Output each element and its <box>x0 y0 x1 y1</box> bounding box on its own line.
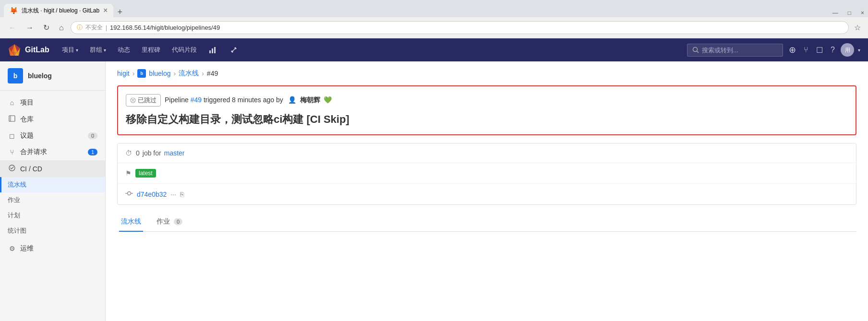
commit-icon <box>125 190 133 199</box>
repository-icon <box>8 115 16 124</box>
nav-projects[interactable]: 项目 ▾ <box>57 43 83 57</box>
clock-icon: ⏱ <box>125 149 132 157</box>
search-bar[interactable] <box>687 44 783 57</box>
gitlab-logo[interactable]: GitLab <box>8 43 49 57</box>
commit-dots: ··· <box>170 190 176 198</box>
plus-menu-button[interactable]: ⊕ <box>787 43 798 57</box>
sidebar-item-repository[interactable]: 仓库 <box>0 111 105 128</box>
minimize-button[interactable]: — <box>829 9 842 17</box>
sidebar-sub-pipelines[interactable]: 流水线 <box>0 177 105 192</box>
pipeline-title: 移除自定义构建目录，测试忽略ci构建 [CI Skip] <box>126 112 848 127</box>
jobs-tab-badge: 0 <box>174 218 182 225</box>
sidebar-sub-schedules[interactable]: 计划 <box>0 208 105 223</box>
breadcrumb-sep3: › <box>202 70 204 77</box>
pipeline-link[interactable]: #49 <box>191 96 202 104</box>
avatar-dropdown-icon[interactable]: ▾ <box>858 48 860 53</box>
tab-favicon: 🦊 <box>10 7 18 14</box>
breadcrumb-pipeline-id: #49 <box>207 70 218 77</box>
address-bar[interactable]: ⓘ 不安全 | 192.168.56.14/higit/bluelog/pipe… <box>71 21 849 34</box>
header-nav: 项目 ▾ 群组 ▾ 动态 里程碑 代码片段 <box>57 43 242 57</box>
nav-snippets[interactable]: 代码片段 <box>167 43 202 57</box>
gitlab-header: GitLab 项目 ▾ 群组 ▾ 动态 里程碑 代码片段 ⊕ <box>0 38 868 61</box>
lock-icon: ⓘ <box>77 24 83 32</box>
pipeline-info: Pipeline #49 triggered 8 minutes ago by … <box>165 96 332 105</box>
project-avatar: b <box>8 68 23 83</box>
close-window-button[interactable]: × <box>857 9 868 17</box>
issues-icon[interactable]: ☐ <box>814 44 825 57</box>
svg-rect-9 <box>209 50 211 53</box>
forward-button[interactable]: → <box>23 22 36 34</box>
pipeline-tabs: 流水线 作业 0 <box>117 213 856 232</box>
chart-icon <box>208 46 217 54</box>
header-right: ⊕ ⑂ ☐ ? 用 ▾ <box>687 43 860 57</box>
jobs-info: 0 job for master <box>136 149 185 157</box>
pipeline-header: 已跳过 Pipeline #49 triggered 8 minutes ago… <box>126 94 848 107</box>
pipeline-status-badge: 已跳过 <box>126 94 161 107</box>
commit-row: d74e0b32 ··· ⎘ <box>118 184 856 204</box>
sidebar-nav: ⌂ 项目 仓库 ◻ 议题 0 <box>0 91 105 261</box>
commit-hash-link[interactable]: d74e0b32 <box>137 190 167 198</box>
operations-icon: ⚙ <box>8 245 16 252</box>
merge-requests-icon[interactable]: ⑂ <box>802 44 810 56</box>
sidebar-item-issues[interactable]: ◻ 议题 0 <box>0 128 105 144</box>
svg-point-12 <box>693 48 698 52</box>
breadcrumb-sep1: › <box>133 70 135 77</box>
branch-link[interactable]: master <box>164 149 185 157</box>
pipeline-card: 已跳过 Pipeline #49 triggered 8 minutes ago… <box>117 85 856 135</box>
svg-line-13 <box>697 51 699 53</box>
svg-rect-11 <box>214 47 216 53</box>
badge-row: ⚑ latest <box>118 163 856 184</box>
tab-jobs[interactable]: 作业 0 <box>155 213 184 232</box>
maximize-button[interactable]: □ <box>844 9 855 17</box>
nav-chart[interactable] <box>204 43 222 57</box>
latest-badge: latest <box>135 169 156 178</box>
issues-sidebar-icon: ◻ <box>8 132 16 140</box>
breadcrumb-pipelines[interactable]: 流水线 <box>179 69 199 78</box>
pipeline-author: 梅朝辉 <box>300 96 320 104</box>
nav-wrench[interactable] <box>224 43 242 57</box>
nav-milestones[interactable]: 里程碑 <box>137 43 165 57</box>
nav-groups[interactable]: 群组 ▾ <box>85 43 111 57</box>
reload-button[interactable]: ↻ <box>40 21 52 34</box>
wrench-icon <box>229 46 237 54</box>
skipped-status-icon <box>130 97 136 103</box>
svg-point-18 <box>128 192 131 195</box>
breadcrumb-sep2: › <box>174 70 176 77</box>
home-icon: ⌂ <box>8 99 16 107</box>
pipeline-details: ⏱ 0 job for master ⚑ latest d74e0b32 ···… <box>117 143 856 205</box>
bookmark-icon[interactable]: ☆ <box>853 22 862 34</box>
groups-dropdown-icon: ▾ <box>104 48 106 53</box>
sidebar-item-mergerequests[interactable]: ⑂ 合并请求 1 <box>0 144 105 160</box>
sidebar-item-cicd[interactable]: CI / CD <box>0 160 105 177</box>
home-button[interactable]: ⌂ <box>56 22 67 34</box>
mergerequests-icon: ⑂ <box>8 148 16 156</box>
browser-tab[interactable]: 🦊 流水线 · higit / bluelog · GitLab × <box>4 4 113 17</box>
svg-rect-10 <box>212 48 213 53</box>
help-button[interactable]: ? <box>829 44 837 56</box>
breadcrumb-bluelog[interactable]: bluelog <box>149 70 170 77</box>
tab-close-button[interactable]: × <box>103 7 108 14</box>
cicd-icon <box>8 164 16 173</box>
jobs-row: ⏱ 0 job for master <box>118 143 856 163</box>
user-avatar[interactable]: 用 <box>841 43 854 57</box>
sidebar: b bluelog ⌂ 项目 仓库 ◻ <box>0 61 106 321</box>
svg-point-16 <box>9 165 15 171</box>
sidebar-item-project[interactable]: ⌂ 项目 <box>0 95 105 111</box>
tab-title: 流水线 · higit / bluelog · GitLab <box>22 7 99 15</box>
search-icon <box>692 47 699 53</box>
new-tab-button[interactable]: + <box>113 7 126 17</box>
gitlab-wordmark: GitLab <box>25 46 49 54</box>
search-input[interactable] <box>702 47 769 54</box>
tab-pipelines[interactable]: 流水线 <box>119 213 143 232</box>
copy-icon[interactable]: ⎘ <box>180 190 184 198</box>
breadcrumb-higit[interactable]: higit <box>117 70 130 77</box>
sidebar-sub-charts[interactable]: 统计图 <box>0 223 105 238</box>
sidebar-sub-jobs[interactable]: 作业 <box>0 192 105 208</box>
issues-badge: 0 <box>88 132 97 139</box>
svg-rect-14 <box>9 116 15 121</box>
project-header[interactable]: b bluelog <box>0 61 105 91</box>
projects-dropdown-icon: ▾ <box>76 48 78 53</box>
nav-activity[interactable]: 动态 <box>113 43 135 57</box>
back-button[interactable]: ← <box>6 22 19 34</box>
sidebar-item-operations[interactable]: ⚙ 运维 <box>0 240 105 257</box>
